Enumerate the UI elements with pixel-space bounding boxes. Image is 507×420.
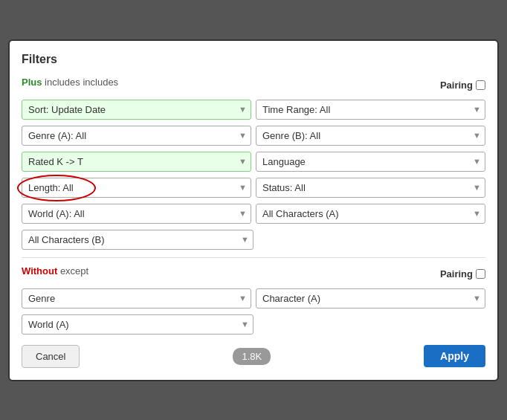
plus-section-header: Plus includes includes Pairing [22,77,485,94]
world-a-select-wrap: World (A): All ▼ [22,204,251,224]
without-genre-select[interactable]: Genre [22,288,251,308]
plus-pairing-label: Pairing [440,80,473,91]
without-pairing-checkbox[interactable] [476,269,485,279]
without-pairing-label: Pairing [440,268,473,280]
rated-select[interactable]: Rated K -> T [22,152,251,172]
plus-pairing-row: Pairing [440,80,485,91]
plus-filter-row3: Rated K -> T ▼ Language ▼ [22,152,485,172]
world-a-select[interactable]: World (A): All [22,204,251,224]
without-pairing-row: Pairing [440,268,485,280]
without-label: Without except [22,265,88,277]
time-range-select-wrap: Time Range: All ▼ [256,100,485,120]
without-filter-row1: Genre ▼ Character (A) ▼ [22,288,485,308]
section-divider [22,257,485,258]
all-characters-b-select-wrap: All Characters (B) ▼ [22,230,254,250]
without-section-header: Without except Pairing [22,265,485,282]
time-range-select[interactable]: Time Range: All [256,100,485,120]
without-sub-text: except [60,265,88,277]
plus-text: Plus [22,77,42,88]
plus-filter-row1: Sort: Update Date ▼ Time Range: All ▼ [22,100,485,120]
plus-filter-row5: World (A): All ▼ All Characters (A) ▼ [22,204,485,224]
without-character-a-select-wrap: Character (A) ▼ [256,288,485,308]
without-text: Without [22,265,57,277]
status-select-wrap: Status: All ▼ [256,178,485,198]
genre-a-select-wrap: Genre (A): All ▼ [22,126,251,146]
count-badge: 1.8K [233,348,271,365]
all-characters-a-select-wrap: All Characters (A) ▼ [256,204,485,224]
plus-sub-text: includes [45,77,80,88]
dialog-title: Filters [22,53,485,66]
cancel-button[interactable]: Cancel [22,345,80,368]
dialog-footer: Cancel 1.8K Apply [22,345,485,368]
without-filter-row2: World (A) ▼ [22,314,254,335]
plus-filter-row6: All Characters (B) ▼ [22,230,254,250]
length-select-wrap: Length: All ▼ [22,178,251,198]
length-select[interactable]: Length: All [22,178,251,198]
filters-dialog: Filters Plus includes includes Pairing S… [8,39,499,381]
plus-filter-row4: Length: All ▼ Status: All ▼ [22,178,485,198]
genre-a-select[interactable]: Genre (A): All [22,126,251,146]
sort-select-wrap: Sort: Update Date ▼ [22,100,251,120]
sort-select[interactable]: Sort: Update Date [22,100,251,120]
without-character-a-select[interactable]: Character (A) [256,288,485,308]
all-characters-b-select[interactable]: All Characters (B) [22,230,254,250]
status-select[interactable]: Status: All [256,178,485,198]
all-characters-a-select[interactable]: All Characters (A) [256,204,485,224]
rated-select-wrap: Rated K -> T ▼ [22,152,251,172]
apply-button[interactable]: Apply [424,345,485,367]
plus-label: Plus includes includes [22,77,118,88]
genre-b-select-wrap: Genre (B): All ▼ [256,126,485,146]
without-world-a-select-wrap: World (A) ▼ [22,314,254,335]
language-select-wrap: Language ▼ [256,152,485,172]
without-world-a-select[interactable]: World (A) [22,314,254,335]
plus-pairing-checkbox[interactable] [476,80,485,90]
language-select[interactable]: Language [256,152,485,172]
without-genre-select-wrap: Genre ▼ [22,288,251,308]
genre-b-select[interactable]: Genre (B): All [256,126,485,146]
plus-filter-row2: Genre (A): All ▼ Genre (B): All ▼ [22,126,485,146]
